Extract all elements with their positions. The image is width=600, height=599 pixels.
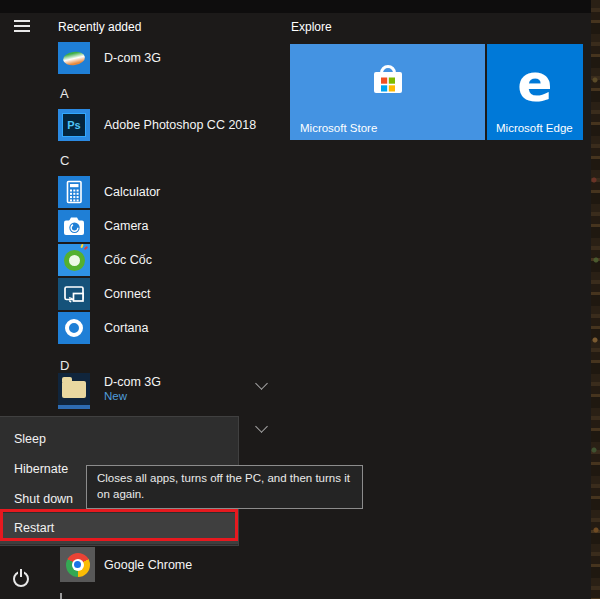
calculator-icon <box>58 176 90 208</box>
tile-microsoft-edge[interactable]: e Microsoft Edge <box>487 44 583 140</box>
dcom3g-swirl-icon <box>58 42 90 74</box>
connect-icon <box>58 278 90 310</box>
start-menu: Recently added Explore D-com 3G A Ps Ado… <box>0 0 600 599</box>
app-row-coccoc[interactable]: Cốc Cốc <box>58 243 288 277</box>
app-row-connect[interactable]: Connect <box>58 277 288 311</box>
photoshop-icon: Ps <box>58 109 90 141</box>
explore-header: Explore <box>291 20 332 35</box>
section-letter-a[interactable]: A <box>60 86 100 102</box>
top-shadow <box>0 0 591 13</box>
power-button[interactable] <box>13 569 31 587</box>
app-row-dcom3g-recent[interactable]: D-com 3G <box>58 41 288 75</box>
restart-tooltip: Closes all apps, turns off the PC, and t… <box>86 465 363 509</box>
next-item-edge <box>60 593 62 599</box>
store-bag-icon <box>366 58 410 106</box>
app-row-camera[interactable]: Camera <box>58 209 288 243</box>
hamburger-menu-icon[interactable] <box>14 20 30 32</box>
app-row-google-chrome[interactable]: Google Chrome <box>60 547 290 582</box>
recently-added-header: Recently added <box>58 20 141 35</box>
coccoc-icon <box>58 244 90 276</box>
app-row-cortana[interactable]: Cortana <box>58 311 288 345</box>
new-badge: New <box>104 390 127 402</box>
app-row-dcom3g-group[interactable]: D-com 3G New <box>58 372 288 410</box>
menu-item-sleep[interactable]: Sleep <box>0 424 238 454</box>
section-letter-c[interactable]: C <box>60 153 100 169</box>
app-row-calculator[interactable]: Calculator <box>58 175 288 209</box>
folder-icon <box>58 373 90 409</box>
camera-icon <box>58 210 90 242</box>
desktop-background-sliver <box>591 0 600 599</box>
chevron-down-icon[interactable] <box>255 420 268 433</box>
app-row-photoshop[interactable]: Ps Adobe Photoshop CC 2018 <box>58 108 288 142</box>
cortana-icon <box>58 312 90 344</box>
tile-microsoft-store[interactable]: Microsoft Store <box>290 44 485 140</box>
edge-e-icon: e <box>517 63 552 109</box>
chrome-icon <box>60 547 95 582</box>
menu-item-restart[interactable]: Restart <box>0 513 238 544</box>
